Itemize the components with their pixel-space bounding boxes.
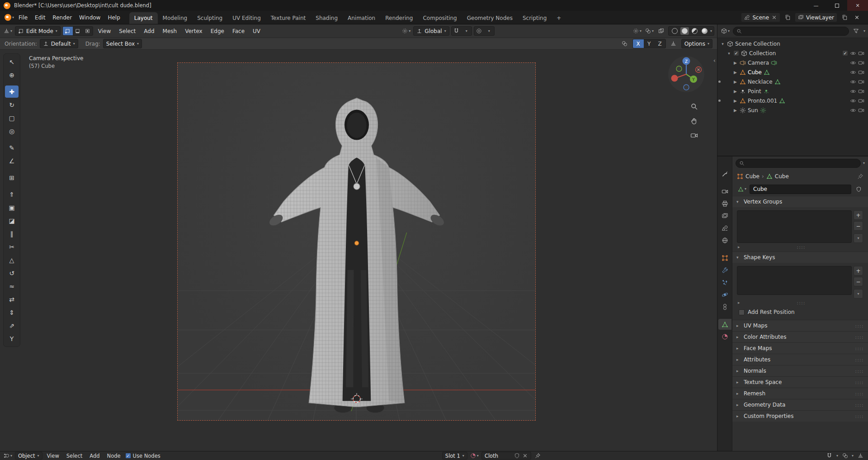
fake-user-button[interactable] <box>854 185 863 194</box>
properties-search-input[interactable] <box>736 159 861 168</box>
outliner-display-mode-button[interactable]: ▾ <box>863 29 865 33</box>
tool-knife[interactable]: ✂ <box>5 241 19 253</box>
remove-viewlayer-button[interactable] <box>852 13 862 22</box>
outliner-row-camera[interactable]: ▶ Camera <box>717 58 868 67</box>
menu-edge[interactable]: Edge <box>208 28 227 34</box>
panel-face-maps[interactable]: ▸Face Maps:::: <box>732 342 868 354</box>
panel-drag-grip[interactable]: :::: <box>855 335 864 340</box>
subpanel-expand-icon[interactable]: ▸ <box>738 300 740 305</box>
scene-selector[interactable]: Scene <box>741 13 780 22</box>
new-scene-button[interactable] <box>783 13 793 22</box>
tool-rip-region[interactable]: Y <box>5 332 19 345</box>
expand-icon[interactable]: ▶ <box>733 108 738 113</box>
tool-poly-build[interactable]: △ <box>5 254 19 266</box>
panel-shape-keys[interactable]: ▾ Shape Keys <box>732 251 868 263</box>
hide-eye-icon[interactable] <box>850 88 856 95</box>
snap-settings-button[interactable]: ▾ <box>462 27 472 35</box>
menu-edit[interactable]: Edit <box>31 14 49 21</box>
zoom-button[interactable] <box>688 100 700 112</box>
properties-options-button[interactable]: ▾ <box>863 161 865 165</box>
menu-mesh[interactable]: Mesh <box>160 28 180 34</box>
tab-modifiers[interactable] <box>718 265 731 275</box>
expand-icon[interactable]: ▶ <box>733 99 738 103</box>
outliner-row-pronto[interactable]: ▶ Pronto.001 <box>717 96 868 105</box>
maximize-button[interactable] <box>826 0 847 11</box>
panel-uv-maps[interactable]: ▸UV Maps:::: <box>732 320 868 331</box>
expand-icon[interactable]: ▾ <box>720 42 725 46</box>
tab-rendering[interactable]: Rendering <box>380 12 418 24</box>
node-menu-add[interactable]: Add <box>87 453 102 459</box>
tool-inset-faces[interactable]: ▣ <box>5 201 19 213</box>
add-workspace-button[interactable]: + <box>552 12 566 24</box>
pin-icon[interactable] <box>857 173 863 180</box>
menu-render[interactable]: Render <box>49 14 75 21</box>
tab-animation[interactable]: Animation <box>343 12 380 24</box>
tab-constraints[interactable] <box>718 301 731 312</box>
tab-texture-paint[interactable]: Texture Paint <box>266 12 311 24</box>
node-snap-settings-button[interactable]: ▾ <box>836 454 838 458</box>
hide-eye-icon[interactable] <box>850 98 856 104</box>
panel-texture-space[interactable]: ▸Texture Space:::: <box>732 376 868 388</box>
tool-shear[interactable]: ⇗ <box>5 319 19 332</box>
add-rest-position-checkbox[interactable] <box>739 309 745 315</box>
expand-icon[interactable]: ▾ <box>726 51 731 56</box>
tab-world[interactable] <box>718 235 731 246</box>
options-dropdown[interactable]: Options▾ <box>681 39 712 48</box>
expand-icon[interactable]: ▶ <box>733 61 738 65</box>
node-options-button[interactable] <box>855 452 865 460</box>
transform-orientation-dropdown[interactable]: Global▾ <box>413 26 449 36</box>
panel-drag-grip[interactable]: :::: <box>855 380 864 385</box>
tab-scripting[interactable]: Scripting <box>518 12 552 24</box>
panel-drag-grip[interactable]: :::: <box>855 414 864 419</box>
outliner-row-scene-collection[interactable]: ▾ Scene Collection <box>717 39 868 48</box>
shape-key-specials-button[interactable]: ▾ <box>854 289 863 299</box>
tool-edge-slide[interactable]: ⇄ <box>5 293 19 305</box>
drag-dropdown[interactable]: Select Box▾ <box>103 39 142 48</box>
face-select-button[interactable] <box>83 27 93 35</box>
subpanel-expand-icon[interactable]: ▸ <box>738 245 740 249</box>
add-vertex-group-button[interactable]: + <box>854 210 863 220</box>
expand-icon[interactable]: ▶ <box>733 80 738 84</box>
outliner-row-point[interactable]: ▶ Point <box>717 86 868 96</box>
pin-material-button[interactable] <box>533 452 543 460</box>
menu-select[interactable]: Select <box>116 28 139 34</box>
viewport-3d[interactable]: Camera Perspective (57) Cube ↖ ⊕ ✚ ↻ ▢ ◎… <box>0 50 717 451</box>
shading-wireframe-button[interactable] <box>670 27 679 35</box>
remove-shape-key-button[interactable]: − <box>854 277 863 286</box>
proportional-edit-button[interactable] <box>474 27 484 35</box>
new-viewlayer-button[interactable] <box>840 13 849 22</box>
panel-drag-grip[interactable]: :::: <box>797 245 806 250</box>
render-camera-icon[interactable] <box>858 69 864 76</box>
sidebar-collapse-arrow[interactable]: ‹ <box>713 57 716 64</box>
hide-eye-icon[interactable] <box>850 69 856 76</box>
menu-view[interactable]: View <box>95 28 114 34</box>
vertex-group-specials-button[interactable]: ▾ <box>854 233 863 243</box>
tool-measure[interactable]: ∠ <box>5 155 19 167</box>
panel-color-attributes[interactable]: ▸Color Attributes:::: <box>732 331 868 342</box>
panel-drag-grip[interactable]: :::: <box>855 391 864 396</box>
tab-material[interactable] <box>718 331 731 342</box>
orientation-dropdown[interactable]: Default▾ <box>40 39 78 48</box>
tool-bevel[interactable]: ◪ <box>5 214 19 227</box>
navigation-gizmo[interactable]: Z Y <box>667 55 705 93</box>
tool-loop-cut[interactable]: ∥ <box>5 228 19 240</box>
tab-object[interactable] <box>718 252 731 263</box>
show-gizmo-button[interactable]: ▾ <box>632 26 642 36</box>
render-camera-icon[interactable] <box>858 79 864 85</box>
mode-dropdown[interactable]: Edit Mode▾ <box>15 26 61 36</box>
tab-object-data[interactable] <box>718 319 731 330</box>
mirror-z-button[interactable]: Z <box>655 39 665 48</box>
breadcrumb-data[interactable]: Cube <box>775 173 789 180</box>
render-camera-icon[interactable] <box>858 107 864 114</box>
outliner-row-collection[interactable]: ▾ ✓ Collection ✓ <box>717 48 868 58</box>
panel-drag-grip[interactable]: :::: <box>797 300 806 305</box>
mirror-x-button[interactable]: X <box>633 39 644 48</box>
camera-view-button[interactable] <box>688 129 700 141</box>
tool-add-cube[interactable]: ⊞ <box>5 171 19 184</box>
hide-eye-icon[interactable] <box>850 79 856 85</box>
tab-physics[interactable] <box>718 289 731 300</box>
panel-attributes[interactable]: ▸Attributes:::: <box>732 354 868 365</box>
outliner-row-cube[interactable]: ▶ Cube <box>717 67 868 77</box>
mesh-name-field[interactable]: Cube <box>750 185 851 194</box>
xray-toggle-button[interactable] <box>656 26 666 36</box>
